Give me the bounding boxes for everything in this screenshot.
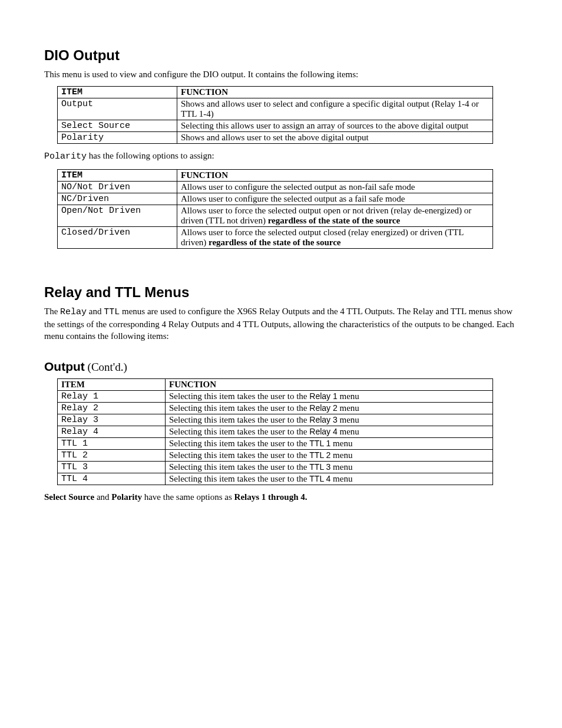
th-item: ITEM [58,87,177,98]
cell-item: Closed/Driven [58,226,177,248]
cell-func: Selecting this item takes the user to th… [166,438,493,450]
table-row: NC/Driven Allows user to configure the s… [58,193,493,205]
cell-item: Relay 2 [58,403,166,414]
cell-func: Selecting this item takes the user to th… [166,450,493,462]
table-row: Relay 4 Selecting this item takes the us… [58,426,493,438]
cell-item: TTL 1 [58,438,166,450]
cell-item: TTL 2 [58,450,166,462]
polarity-code: Polarity [44,151,87,162]
table-row: Relay 2 Selecting this item takes the us… [58,403,493,414]
output-label: Output [44,360,85,373]
table-row: Select Source Selecting this allows user… [58,120,493,132]
cell-func: Allows user to configure the selected ou… [177,181,493,193]
output-table: ITEM FUNCTION Relay 1 Selecting this ite… [57,378,493,485]
cell-item: Relay 1 [58,391,166,403]
table-row: NO/Not Driven Allows user to configure t… [58,181,493,193]
th-item: ITEM [58,379,166,391]
th-item: ITEM [58,169,177,181]
cell-func: Selecting this item takes the user to th… [166,403,493,414]
cell-item: NC/Driven [58,193,177,205]
contd-label: (Cont'd.) [85,361,127,373]
cell-func: Allows user to configure the selected ou… [177,193,493,205]
table-row: Relay 1 Selecting this item takes the us… [58,391,493,403]
cell-func: Selecting this item takes the user to th… [166,473,493,485]
table-row: TTL 1 Selecting this item takes the user… [58,438,493,450]
cell-item: Relay 4 [58,426,166,438]
cell-item: NO/Not Driven [58,181,177,193]
table-row: Relay 3 Selecting this item takes the us… [58,414,493,426]
polarity-table: ITEM FUNCTION NO/Not Driven Allows user … [57,169,493,249]
th-function: FUNCTION [177,87,493,98]
cell-func: Selecting this item takes the user to th… [166,414,493,426]
table-row: Closed/Driven Allows user to force the s… [58,226,493,248]
dio-output-intro: This menu is used to view and configure … [44,68,518,80]
cell-item: TTL 3 [58,462,166,473]
cell-func: Selecting this item takes the user to th… [166,462,493,473]
polarity-intro: Polarity has the following options to as… [44,150,518,163]
cell-func: Selecting this item takes the user to th… [166,391,493,403]
table-row: Open/Not Driven Allows user to force the… [58,205,493,226]
cell-item: Select Source [58,120,177,132]
cell-func: Selecting this item takes the user to th… [166,426,493,438]
cell-item: Relay 3 [58,414,166,426]
heading-dio-output: DIO Output [44,47,518,64]
cell-func: Allows user to force the selected output… [177,205,493,226]
table-row: TTL 3 Selecting this item takes the user… [58,462,493,473]
table-row: Output Shows and allows user to select a… [58,98,493,120]
table-row: TTL 4 Selecting this item takes the user… [58,473,493,485]
th-function: FUNCTION [166,379,493,391]
table-row: Polarity Shows and allows user to set th… [58,132,493,144]
relay-ttl-intro: The Relay and TTL menus are used to conf… [44,305,518,342]
cell-item: TTL 4 [58,473,166,485]
polarity-text: has the following options to assign: [87,151,214,160]
cell-func: Selecting this allows user to assign an … [177,120,493,132]
cell-item: Output [58,98,177,120]
heading-relay-ttl: Relay and TTL Menus [44,284,518,301]
select-source-note: Select Source and Polarity have the same… [44,491,518,503]
cell-func: Shows and allows user to set the above d… [177,132,493,144]
cell-item: Open/Not Driven [58,205,177,226]
cell-item: Polarity [58,132,177,144]
dio-output-table: ITEM FUNCTION Output Shows and allows us… [57,86,493,144]
table-row: TTL 2 Selecting this item takes the user… [58,450,493,462]
cell-func: Allows user to force the selected output… [177,226,493,248]
cell-func: Shows and allows user to select and conf… [177,98,493,120]
heading-output-contd: Output (Cont'd.) [44,360,518,374]
th-function: FUNCTION [177,169,493,181]
